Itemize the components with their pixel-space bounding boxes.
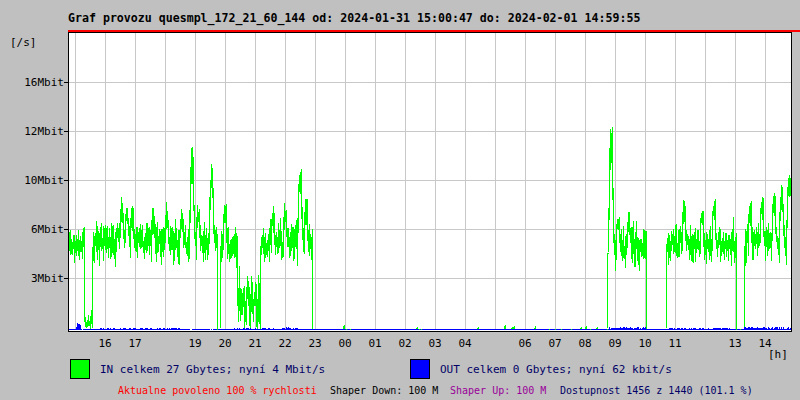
y-tick-mark (64, 82, 68, 83)
x-tick-label: 00 (334, 337, 356, 350)
y-axis-unit-label: [/s] (10, 36, 37, 49)
series-path (69, 127, 790, 330)
x-tick-label: 23 (304, 337, 326, 350)
x-tick-label: 17 (124, 337, 146, 350)
x-tick-label: 11 (664, 337, 686, 350)
in-legend-label: IN celkem 27 Gbytes; nyní 4 Mbit/s (100, 363, 325, 376)
x-tick-label: 13 (724, 337, 746, 350)
x-tick-label: 09 (604, 337, 626, 350)
x-tick-label: 04 (454, 337, 476, 350)
x-tick-label: 10 (634, 337, 656, 350)
y-tick-label: 12Mbit (0, 125, 64, 138)
out-legend-label: OUT celkem 0 Gbytes; nyní 62 kbit/s (440, 363, 672, 376)
y-tick-label: 6Mbit (0, 223, 64, 236)
x-tick-label: 22 (274, 337, 296, 350)
y-tick-mark (64, 278, 68, 279)
y-tick-label: 16Mbit (0, 76, 64, 89)
x-tick-label: 20 (214, 337, 236, 350)
shaper-up-text: Shaper Up: 100 M (450, 385, 546, 396)
out-legend-swatch (410, 359, 430, 379)
in-legend-swatch (70, 359, 90, 379)
x-tick-label: 03 (424, 337, 446, 350)
traffic-graph-window: Graf provozu quesmpl_172_21_60_144 od: 2… (0, 0, 800, 400)
y-tick-mark (64, 229, 68, 230)
y-tick-mark (64, 131, 68, 132)
x-tick-label: 07 (544, 337, 566, 350)
x-tick-label: 06 (514, 337, 536, 350)
x-tick-label: 08 (574, 337, 596, 350)
y-tick-mark (64, 180, 68, 181)
traffic-plot-canvas (69, 33, 791, 330)
x-tick-label: 21 (244, 337, 266, 350)
y-tick-label: 3Mbit (0, 272, 64, 285)
x-axis-unit-label: [h] (768, 348, 788, 361)
allowed-speed-text: Aktualne povoleno 100 % rychlosti (118, 385, 317, 396)
graph-title: Graf provozu quesmpl_172_21_60_144 od: 2… (68, 11, 640, 25)
y-tick-label: 10Mbit (0, 174, 64, 187)
x-tick-label: 01 (364, 337, 386, 350)
x-tick-label: 19 (184, 337, 206, 350)
shaper-down-text: Shaper Down: 100 M (330, 385, 438, 396)
x-tick-label: 02 (394, 337, 416, 350)
series-path (69, 33, 791, 330)
series-path (69, 323, 790, 329)
availability-text: Dostupnost 1456 z 1440 (101.1 %) (560, 385, 753, 396)
x-tick-label: 16 (94, 337, 116, 350)
